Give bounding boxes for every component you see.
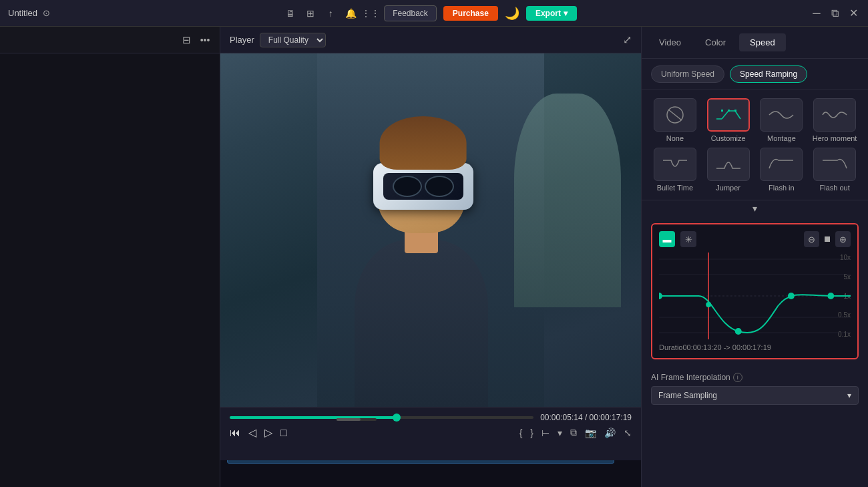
quality-select[interactable]: Full Quality	[260, 33, 326, 47]
curve-zoom-out-btn[interactable]: ⊖	[804, 231, 819, 247]
center-panel: Player Full Quality ⤢	[220, 27, 641, 487]
speed-ramping-button[interactable]: Speed Ramping	[730, 65, 807, 83]
right-tabs: Video Color Speed	[642, 27, 868, 59]
curve-canvas[interactable]: 10x 5x 1x 0.5x 0.1x	[659, 253, 851, 339]
close-button[interactable]: ✕	[848, 7, 860, 19]
monitor-icon[interactable]: 🖥	[284, 7, 297, 20]
purchase-button[interactable]: Purchase	[443, 6, 498, 21]
curve-toggle-btn[interactable]: ▬	[659, 231, 675, 247]
edit-tools: { } ⊢ ▾ ⧉ 📷 🔊 ⤡	[519, 427, 632, 438]
svg-line-1	[668, 110, 682, 120]
svg-point-18	[827, 293, 834, 299]
preset-customize-icon	[707, 98, 750, 132]
preset-flash-out-icon	[813, 148, 856, 181]
window-controls: ─ ⧉ ✕	[811, 7, 860, 19]
bell-icon[interactable]: 🔔	[344, 7, 357, 20]
svg-point-17	[788, 293, 795, 299]
chevron-down-icon: ▾	[752, 203, 757, 214]
progress-bar[interactable]	[230, 416, 533, 419]
titlebar: Untitled ⊙ 🖥 ⊞ ↑ 🔔 ⋮⋮ Feedback Purchase …	[0, 0, 868, 27]
tab-color[interactable]: Color	[694, 33, 736, 51]
video-preview	[220, 53, 641, 407]
svg-point-19	[706, 302, 711, 307]
preset-montage-label: Montage	[767, 134, 796, 142]
curve-svg	[659, 253, 851, 339]
preset-customize[interactable]: Customize	[704, 98, 752, 142]
svg-rect-6	[721, 110, 723, 112]
preset-hero-label: Hero moment	[813, 134, 857, 142]
stop-button[interactable]: □	[280, 427, 287, 439]
player-label: Player	[230, 35, 254, 45]
minimize-button[interactable]: ─	[811, 7, 823, 19]
split-in-icon[interactable]: {	[519, 428, 523, 438]
preset-bullet-icon	[654, 148, 696, 181]
layout-icon[interactable]: ⊞	[304, 7, 317, 20]
filter-icon[interactable]: ⊟	[180, 33, 193, 47]
player-label-group: Player Full Quality	[230, 33, 326, 47]
left-panel: ⊟ •••	[0, 27, 220, 487]
preset-hero[interactable]: Hero moment	[811, 98, 859, 142]
controls-row: ⏮ ◁ ▷ □ { } ⊢ ▾ ⧉ 📷 🔊 ⤡	[230, 426, 632, 439]
copy-frame-icon[interactable]: ⧉	[570, 427, 577, 438]
svg-rect-7	[728, 110, 730, 112]
svg-line-5	[735, 111, 740, 119]
progress-thumb[interactable]	[393, 414, 401, 422]
frame-back-button[interactable]: ◁	[248, 426, 256, 439]
curve-editor: ▬ ✳ ⊖ ⊕ 10x 5x 1x 0.5x 0.1x	[651, 223, 859, 359]
preset-none-icon	[654, 98, 696, 132]
player-header: Player Full Quality ⤢	[220, 27, 641, 53]
titlebar-left: Untitled ⊙	[8, 8, 50, 18]
preset-flash-out[interactable]: Flash out	[811, 148, 859, 192]
export-chevron-icon: ▾	[564, 9, 568, 18]
curve-snap-btn[interactable]: ✳	[680, 231, 696, 247]
left-panel-header: ⊟ •••	[0, 27, 220, 53]
uniform-speed-button[interactable]: Uniform Speed	[651, 65, 724, 83]
right-panel: Video Color Speed Uniform Speed Speed Ra…	[641, 27, 868, 487]
preset-none[interactable]: None	[651, 98, 699, 142]
preset-jumper-icon	[707, 148, 750, 181]
import-icon[interactable]: ↑	[324, 7, 337, 20]
ai-interpolation-section: AI Frame Interpolation i Frame Sampling …	[642, 366, 868, 412]
preset-jumper[interactable]: Jumper	[704, 148, 752, 192]
preset-customize-label: Customize	[711, 134, 746, 142]
zoom-slider[interactable]	[337, 418, 377, 421]
trim-dropdown-icon[interactable]: ▾	[558, 428, 562, 438]
speed-options: Uniform Speed Speed Ramping	[642, 59, 868, 90]
svg-point-16	[735, 328, 742, 335]
preset-none-label: None	[666, 134, 684, 142]
show-more-button[interactable]: ▾	[642, 200, 868, 216]
preset-jumper-label: Jumper	[716, 184, 740, 192]
theme-icon[interactable]: 🌙	[505, 6, 519, 21]
maximize-button[interactable]: ⧉	[829, 7, 841, 19]
svg-rect-8	[734, 110, 736, 112]
ai-interpolation-label: AI Frame Interpolation i	[651, 373, 859, 382]
preset-montage[interactable]: Montage	[758, 98, 806, 142]
svg-point-15	[659, 293, 662, 299]
step-back-button[interactable]: ⏮	[230, 427, 240, 439]
export-button[interactable]: Export ▾	[526, 6, 577, 21]
grid-icon[interactable]: ⋮⋮	[364, 7, 377, 20]
volume-icon[interactable]: 🔊	[604, 428, 616, 438]
curve-toolbar: ▬ ✳ ⊖ ⊕	[659, 231, 851, 247]
preset-bullet-time[interactable]: Bullet Time	[651, 148, 699, 192]
screenshot-icon[interactable]: 📷	[585, 428, 596, 438]
curve-zoom-in-btn[interactable]: ⊕	[835, 231, 851, 247]
preset-bullet-label: Bullet Time	[657, 184, 693, 192]
tab-speed[interactable]: Speed	[739, 33, 786, 51]
info-icon[interactable]: i	[733, 373, 742, 382]
split-out-icon[interactable]: }	[530, 428, 533, 438]
curve-duration-info: Duratio00:00:13:20 -> 00:00:17:19	[659, 343, 851, 351]
trim-icon[interactable]: ⊢	[541, 428, 550, 438]
frame-sampling-select[interactable]: Frame Sampling ▾	[651, 386, 859, 405]
app-title: Untitled	[8, 8, 37, 18]
more-options-icon[interactable]: •••	[198, 33, 212, 47]
preset-flash-in-icon	[760, 148, 803, 181]
player-controls: 00:00:05:14 / 00:00:17:19 ⏮ ◁ ▷ □ { }	[220, 407, 641, 460]
preset-flash-in[interactable]: Flash in	[758, 148, 806, 192]
tab-video[interactable]: Video	[648, 33, 692, 51]
play-button[interactable]: ▷	[264, 426, 272, 439]
more-icon[interactable]: ⤡	[624, 428, 632, 438]
preset-hero-icon	[813, 98, 856, 132]
player-expand-icon[interactable]: ⤢	[623, 33, 632, 46]
feedback-button[interactable]: Feedback	[384, 5, 437, 21]
